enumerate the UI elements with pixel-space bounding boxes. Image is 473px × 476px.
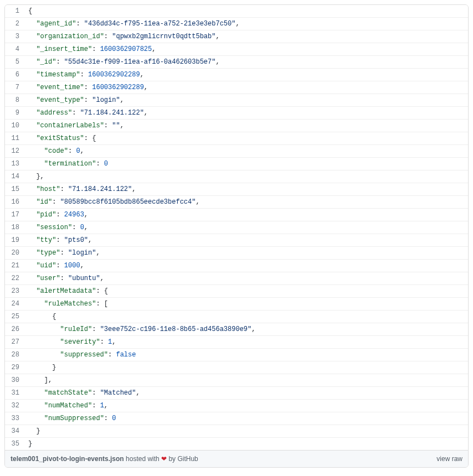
token-punc: :: [72, 109, 80, 117]
token-punc: ],: [44, 376, 52, 384]
token-str: "71.184.241.122": [68, 185, 132, 193]
line-number[interactable]: 26: [5, 323, 25, 336]
line-number[interactable]: 32: [5, 400, 25, 412]
line-number[interactable]: 6: [5, 69, 25, 81]
line-number[interactable]: 35: [5, 438, 25, 451]
code-line: 9 "address": "71.184.241.122",: [5, 107, 468, 120]
token-punc: :: [92, 402, 100, 410]
token-str: "login": [68, 249, 96, 257]
line-number[interactable]: 21: [5, 260, 25, 272]
hosted-text-prefix: hosted with: [124, 455, 161, 463]
code-cell: "termination": 0: [25, 158, 468, 170]
token-punc: ,: [120, 96, 124, 104]
line-number[interactable]: 7: [5, 81, 25, 94]
token-str: "Matched": [100, 389, 136, 397]
line-number[interactable]: 5: [5, 56, 25, 69]
code-line: 33 "numSuppressed": 0: [5, 412, 468, 425]
token-key: "containerLabels": [36, 122, 104, 130]
token-key: "numSuppressed": [44, 415, 104, 422]
line-number[interactable]: 3: [5, 30, 25, 43]
line-number[interactable]: 24: [5, 298, 25, 311]
line-number[interactable]: 10: [5, 120, 25, 132]
line-number[interactable]: 11: [5, 132, 25, 145]
token-punc: : {: [96, 287, 108, 295]
code-line: 12 "code": 0,: [5, 145, 468, 158]
gist-filename-link[interactable]: telem001_pivot-to-login-events.json: [11, 455, 124, 463]
line-number[interactable]: 22: [5, 272, 25, 285]
line-number[interactable]: 14: [5, 170, 25, 183]
token-punc: : {: [84, 134, 96, 142]
line-number[interactable]: 34: [5, 425, 25, 438]
line-number[interactable]: 23: [5, 285, 25, 298]
code-cell: "_id": "55d4c31e-f909-11ea-af16-0a462603…: [25, 56, 468, 69]
code-cell: "severity": 1,: [25, 336, 468, 349]
token-punc: },: [36, 173, 44, 180]
token-str: "pts0": [64, 236, 88, 244]
line-number[interactable]: 17: [5, 209, 25, 221]
line-number[interactable]: 27: [5, 336, 25, 349]
token-punc: ,: [104, 402, 108, 410]
line-number[interactable]: 33: [5, 412, 25, 425]
line-number[interactable]: 31: [5, 387, 25, 400]
code-cell: "alertMetadata": {: [25, 285, 468, 298]
token-key: "session": [36, 224, 72, 231]
code-line: 15 "host": "71.184.241.122",: [5, 183, 468, 196]
code-cell: "host": "71.184.241.122",: [25, 183, 468, 196]
code-line: 10 "containerLabels": "",: [5, 120, 468, 132]
code-cell: ],: [25, 374, 468, 387]
token-key: "tty": [36, 236, 56, 244]
line-number[interactable]: 19: [5, 234, 25, 247]
token-key: "ruleMatches": [44, 300, 96, 308]
token-key: "type": [36, 249, 60, 257]
line-number[interactable]: 28: [5, 349, 25, 361]
token-bool: false: [116, 351, 136, 359]
code-cell: "tty": "pts0",: [25, 234, 468, 247]
line-number[interactable]: 2: [5, 18, 25, 30]
code-cell: "ruleId": "3eee752c-c196-11e8-8b65-ad456…: [25, 323, 468, 336]
token-punc: :: [80, 71, 88, 79]
line-number[interactable]: 12: [5, 145, 25, 158]
token-num: 0: [104, 160, 108, 168]
line-number[interactable]: 8: [5, 94, 25, 107]
code-cell: "id": "80589bcc8f6105bdb865eecde3befcc4"…: [25, 196, 468, 209]
code-line: 22 "user": "ubuntu",: [5, 272, 468, 285]
token-key: "numMatched": [44, 402, 92, 410]
token-key: "timestamp": [36, 71, 80, 79]
line-number[interactable]: 30: [5, 374, 25, 387]
code-cell: "containerLabels": "",: [25, 120, 468, 132]
code-line: 7 "event_time": 1600362902289,: [5, 81, 468, 94]
token-punc: ,: [80, 262, 84, 270]
line-number[interactable]: 1: [5, 5, 25, 18]
token-str: "qpwxb2gmlicrnvt0qdtt5bab": [112, 33, 215, 40]
token-num: 1600362902289: [88, 71, 140, 79]
line-number[interactable]: 9: [5, 107, 25, 120]
code-line: 14 },: [5, 170, 468, 183]
token-punc: :: [104, 33, 112, 40]
token-punc: :: [68, 147, 76, 155]
token-punc: ,: [136, 389, 140, 397]
github-link[interactable]: GitHub: [177, 455, 198, 463]
token-key: "suppressed": [60, 351, 108, 359]
line-number[interactable]: 25: [5, 311, 25, 323]
token-punc: :: [84, 96, 92, 104]
view-raw-link[interactable]: view raw: [436, 455, 462, 463]
code-line: 3 "organization_id": "qpwxb2gmlicrnvt0qd…: [5, 30, 468, 43]
code-line: 6 "timestamp": 1600362902289,: [5, 69, 468, 81]
code-cell: },: [25, 170, 468, 183]
token-punc: ,: [251, 325, 255, 333]
token-punc: ,: [140, 71, 144, 79]
line-number[interactable]: 18: [5, 221, 25, 234]
line-number[interactable]: 15: [5, 183, 25, 196]
line-number[interactable]: 16: [5, 196, 25, 209]
code-line: 31 "matchState": "Matched",: [5, 387, 468, 400]
code-cell: "matchState": "Matched",: [25, 387, 468, 400]
token-punc: :: [92, 45, 100, 53]
token-punc: : [: [96, 300, 108, 308]
line-number[interactable]: 4: [5, 43, 25, 56]
code-line: 35}: [5, 438, 468, 451]
code-line: 26 "ruleId": "3eee752c-c196-11e8-8b65-ad…: [5, 323, 468, 336]
line-number[interactable]: 13: [5, 158, 25, 170]
line-number[interactable]: 20: [5, 247, 25, 260]
line-number[interactable]: 29: [5, 361, 25, 374]
code-cell: }: [25, 425, 468, 438]
